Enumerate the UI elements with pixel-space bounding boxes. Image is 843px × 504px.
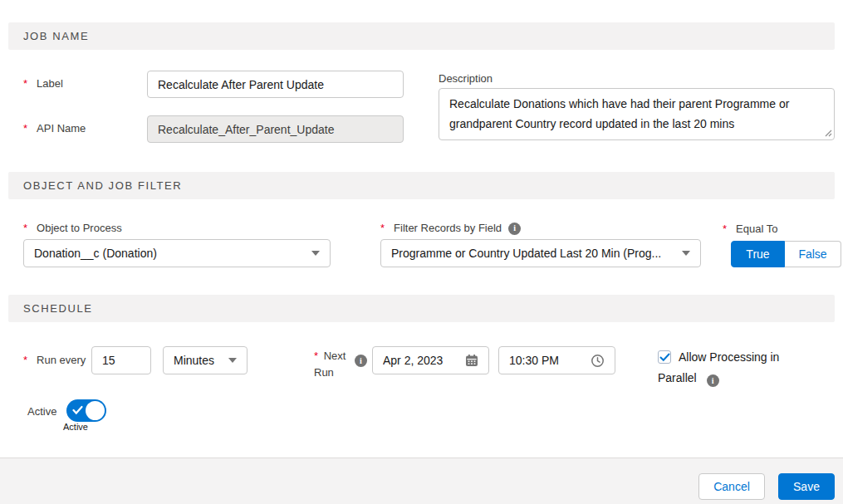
section-header-schedule: SCHEDULE: [8, 295, 835, 322]
scheduled-job-form: JOB NAME Label API Name Description Reca…: [0, 0, 843, 504]
chevron-down-icon: [311, 251, 320, 256]
label-input[interactable]: [147, 71, 404, 98]
cancel-button[interactable]: Cancel: [698, 473, 765, 500]
description-label: Description: [439, 72, 493, 86]
chevron-down-icon: [228, 358, 237, 363]
run-unit-select[interactable]: Minutes: [163, 346, 248, 374]
calendar-icon[interactable]: [465, 354, 478, 367]
object-to-process-select[interactable]: Donation__c (Donation): [23, 239, 331, 267]
clock-icon[interactable]: [591, 354, 605, 368]
active-toggle-caption: Active: [63, 422, 88, 432]
label-field-label: Label: [23, 77, 63, 91]
next-run-time-input[interactable]: 10:30 PM: [498, 346, 615, 374]
equal-to-label: Equal To: [723, 223, 777, 236]
section-header-job-name: JOB NAME: [8, 22, 835, 50]
next-run-date-input[interactable]: Apr 2, 2023: [372, 346, 489, 374]
section-header-object-filter: OBJECT AND JOB FILTER: [8, 172, 835, 199]
footer-bar: Cancel Save: [0, 458, 843, 504]
filter-records-label: Filter Records by Field: [380, 222, 521, 235]
equal-to-toggle-group: True False: [731, 241, 841, 267]
api-name-label: API Name: [23, 122, 86, 135]
info-icon[interactable]: [508, 223, 521, 235]
equal-to-false-button[interactable]: False: [785, 241, 841, 267]
toggle-knob: [86, 401, 105, 420]
chevron-down-icon: [682, 251, 690, 256]
section-title: OBJECT AND JOB FILTER: [23, 179, 182, 192]
next-run-label: Next Run: [314, 348, 354, 381]
active-label: Active: [27, 405, 56, 418]
checkmark-icon: [659, 353, 670, 362]
allow-parallel-checkbox[interactable]: [658, 350, 671, 364]
equal-to-true-button[interactable]: True: [731, 241, 785, 267]
run-every-label: Run every: [23, 354, 86, 367]
section-title: SCHEDULE: [23, 302, 93, 315]
next-run-info-icon[interactable]: [355, 355, 367, 367]
active-toggle[interactable]: [66, 399, 106, 422]
save-button[interactable]: Save: [778, 473, 835, 500]
api-name-input: [147, 115, 404, 143]
parallel-info-icon[interactable]: [707, 374, 719, 387]
toggle-check-icon: [72, 405, 83, 415]
object-to-process-label: Object to Process: [23, 222, 122, 235]
section-title: JOB NAME: [23, 30, 89, 42]
filter-records-select[interactable]: Programme or Country Updated Last 20 Min…: [380, 239, 701, 267]
description-field-wrap: Recalculate Donations which have had the…: [439, 88, 835, 140]
resize-handle-icon[interactable]: [825, 130, 832, 137]
allow-parallel-field: Allow Processing in Parallel: [658, 347, 802, 389]
run-every-input[interactable]: [91, 346, 151, 374]
description-textarea[interactable]: Recalculate Donations which have had the…: [439, 88, 835, 140]
